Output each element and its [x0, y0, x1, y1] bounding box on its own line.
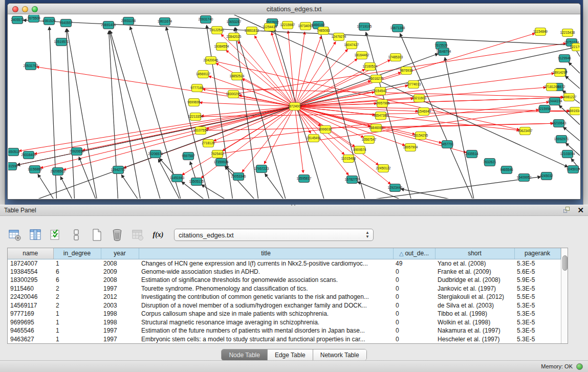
panel-resize-grip[interactable] [290, 204, 297, 207]
table-cell[interactable]: 5.9E-5 [514, 276, 560, 285]
network-node[interactable]: 2935514 [465, 150, 478, 158]
table-cell[interactable]: 2008 [101, 259, 139, 268]
network-node[interactable]: 16648794 [437, 48, 451, 56]
network-node[interactable]: 20206576 [148, 150, 163, 158]
table-cell[interactable]: Dudbridge et al. (2008) [435, 276, 514, 285]
column-header-pagerank[interactable]: pagerank [514, 248, 560, 259]
float-panel-icon[interactable] [563, 206, 571, 214]
delete-table-icon[interactable] [130, 227, 145, 243]
network-node[interactable]: 10567547 [362, 136, 377, 144]
network-node[interactable]: 18164462 [355, 52, 369, 59]
network-node[interactable]: 12215438 [560, 29, 575, 37]
network-node[interactable]: 20931740 [199, 16, 213, 24]
table-cell[interactable]: 9463627 [8, 335, 53, 344]
table-cell[interactable]: 1 [53, 335, 101, 344]
table-cell[interactable]: 5.3E-5 [514, 318, 560, 327]
table-cell[interactable]: 9465546 [8, 326, 53, 335]
network-node[interactable]: 17957223 [254, 165, 269, 173]
network-node[interactable]: 9129946 [558, 55, 571, 62]
table-cell[interactable]: Changes of HCN gene expression and I(f) … [139, 259, 393, 268]
network-node[interactable]: 12160524 [363, 63, 378, 71]
network-node[interactable]: 18300295 [226, 91, 241, 98]
table-cell[interactable]: 22420046 [8, 293, 53, 301]
table-row[interactable]: 946554611997Estimation of the future num… [8, 326, 560, 335]
table-cell[interactable]: 2 [53, 301, 101, 310]
network-node[interactable]: 2405572 [11, 16, 24, 24]
table-cell[interactable]: Tourette syndrome. Phenomenology and cla… [139, 285, 393, 293]
table-row[interactable]: 1938455462009Genome-wide association stu… [8, 268, 560, 276]
table-cell[interactable]: 49 [393, 259, 435, 268]
table-cell[interactable]: 2 [53, 293, 101, 301]
table-row[interactable]: 1830029562008Estimation of significance … [8, 276, 560, 285]
table-row[interactable]: 2242004622012Investigating the contribut… [8, 293, 560, 301]
table-row[interactable]: 946362711997Embryonic stem cells: a mode… [8, 335, 560, 344]
network-canvas-container[interactable]: 2405572767550993615269540557206914062093… [8, 15, 580, 199]
table-cell[interactable]: 1 [53, 259, 101, 268]
network-node[interactable]: 19611674 [158, 18, 172, 26]
table-cell[interactable]: 5.6E-5 [514, 268, 560, 276]
table-cell[interactable]: Franke et al. (2009) [435, 268, 514, 276]
table-cell[interactable]: Disruption of a novel member of a sodium… [139, 301, 393, 310]
network-node[interactable]: 12942757 [111, 166, 126, 174]
table-cell[interactable]: Stergiakouli et al. (2012) [435, 293, 514, 301]
column-header-out-de-[interactable]: △out_de... [393, 248, 435, 259]
table-cell[interactable]: 5.3E-5 [514, 259, 560, 268]
table-cell[interactable]: de Silva et al. (2003) [435, 301, 514, 310]
network-node[interactable]: 11015488 [341, 155, 356, 163]
select-all-icon[interactable] [48, 227, 63, 243]
network-node[interactable]: 12444194 [548, 98, 562, 105]
table-cell[interactable]: 1 [53, 310, 101, 318]
network-node[interactable]: 12215987 [280, 21, 295, 29]
close-panel-icon[interactable]: ✕ [577, 206, 584, 214]
table-cell[interactable]: 2012 [101, 293, 139, 301]
network-node[interactable]: 19734093 [298, 23, 313, 30]
network-node[interactable]: 14569117 [196, 71, 211, 78]
network-node[interactable]: 10623457 [518, 127, 533, 135]
function-builder-icon[interactable]: f(x) [150, 227, 166, 243]
network-node[interactable]: 14981227 [562, 94, 577, 101]
network-node[interactable]: 17359924 [214, 159, 229, 166]
network-node[interactable]: 7485083 [317, 27, 330, 35]
network-node[interactable]: 27181269 [545, 83, 559, 91]
column-header-in-degree[interactable]: in_degree [53, 248, 101, 259]
network-node[interactable]: 12479274 [332, 33, 346, 41]
network-node[interactable]: 16210643 [552, 120, 567, 127]
table-cell[interactable]: 5.5E-5 [514, 293, 560, 301]
network-node[interactable]: 16547389 [374, 112, 388, 120]
network-node[interactable]: 11254439 [263, 24, 277, 31]
network-node[interactable]: 16846061 [369, 124, 384, 132]
table-cell[interactable]: 5.3E-5 [514, 310, 560, 318]
network-node[interactable]: 11451943 [170, 174, 185, 182]
network-node[interactable]: 9245032 [540, 172, 553, 180]
network-node[interactable]: 10519571 [54, 38, 69, 46]
network-node[interactable]: 16671388 [390, 25, 405, 32]
network-node[interactable]: 13595817 [297, 175, 312, 183]
table-cell[interactable]: 6 [53, 268, 101, 276]
network-node[interactable]: 16047427 [344, 41, 359, 49]
network-node[interactable]: 22450122 [376, 165, 391, 172]
table-vertical-scrollbar[interactable] [561, 248, 568, 343]
table-cell[interactable]: 19384554 [8, 268, 53, 276]
tab-node-table[interactable]: Node Table [222, 349, 268, 360]
network-node[interactable]: 8909574 [353, 146, 366, 154]
table-cell[interactable]: 9699695 [8, 318, 53, 327]
network-node[interactable]: 19957985 [375, 100, 390, 107]
network-node[interactable]: 12103054 [560, 150, 575, 158]
network-node[interactable]: 2718126 [202, 140, 215, 147]
network-node[interactable]: 11156869 [28, 166, 42, 173]
network-node[interactable]: 9457791 [441, 141, 454, 148]
table-cell[interactable]: 5.3E-5 [514, 301, 560, 310]
network-node[interactable]: 20531763 [24, 62, 38, 70]
table-selector-dropdown[interactable]: citations_edges.txt ▲▼ [174, 229, 374, 241]
network-node[interactable]: 9245019 [567, 166, 580, 173]
network-node[interactable]: 9699695 [187, 99, 201, 106]
network-node[interactable]: 22842025 [227, 33, 242, 41]
network-node[interactable]: 9777169 [190, 84, 204, 92]
table-row[interactable]: 969969511998Structural magnetic resonanc… [8, 318, 560, 327]
show-columns-icon[interactable] [28, 227, 43, 243]
row-height-icon[interactable] [69, 227, 84, 243]
table-cell[interactable]: Hescheler et al. (1997) [435, 335, 514, 344]
table-cell[interactable]: 5.3E-5 [514, 335, 560, 344]
network-node[interactable]: 9876938 [400, 67, 413, 75]
table-cell[interactable]: 9115460 [8, 285, 53, 293]
